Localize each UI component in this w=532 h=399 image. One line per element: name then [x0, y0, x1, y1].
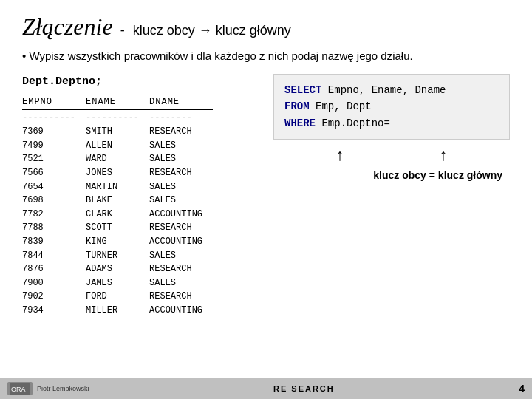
col-empno: EMPNO — [22, 95, 86, 109]
page-title-rest: - klucz obcy → klucz główny — [120, 23, 291, 38]
sql-line3: WHERE Emp.Deptno= — [284, 115, 499, 132]
bullet-text: • Wypisz wszystkich pracowników i dla ka… — [22, 48, 510, 64]
col-ename: ENAME — [86, 95, 149, 109]
left-side: Dept.Deptno; EMPNO ENAME DNAME ---------… — [22, 74, 266, 318]
bottom-bar: ORA Piotr Lembkowski RE SEARCH 4 — [0, 378, 532, 399]
table-area: EMPNO ENAME DNAME ---------- ---------- … — [22, 95, 266, 318]
table-row: 7876ADAMSRESEARCH — [22, 262, 213, 276]
table-row: 7521WARDSALES — [22, 152, 213, 166]
page-title-italic: Złączenie — [22, 13, 113, 41]
content-area: Dept.Deptno; EMPNO ENAME DNAME ---------… — [22, 74, 510, 318]
table-row: 7844TURNERSALES — [22, 249, 213, 263]
table-row: 7782CLARKACCOUNTING — [22, 208, 213, 222]
table-header-row: EMPNO ENAME DNAME — [22, 95, 213, 109]
arrow-left: ↑ — [336, 146, 344, 165]
title-row: Złączenie - klucz obcy → klucz główny — [22, 13, 510, 41]
data-table: EMPNO ENAME DNAME ---------- ---------- … — [22, 95, 213, 318]
author-label: Piotr Lembkowski — [37, 385, 89, 392]
col-dname: DNAME — [149, 95, 213, 109]
arrow-right: ↑ — [440, 146, 448, 165]
bottom-left: ORA Piotr Lembkowski — [7, 382, 89, 395]
svg-text:ORA: ORA — [11, 386, 26, 393]
logo-badge: ORA — [7, 382, 33, 395]
table-row: 7902FORDRESEARCH — [22, 290, 213, 304]
sql-line2: FROM Emp, Dept — [284, 98, 499, 115]
table-row: 7698BLAKESALES — [22, 194, 213, 208]
table-separator: ---------- ---------- -------- — [22, 109, 213, 125]
search-label: RE SEARCH — [273, 384, 335, 393]
page: Złączenie - klucz obcy → klucz główny • … — [0, 0, 532, 399]
table-row: 7900JAMESSALES — [22, 276, 213, 290]
table-row: 7369SMITHRESEARCH — [22, 125, 213, 139]
arrows-row: ↑ ↑ — [273, 146, 510, 165]
key-label: klucz obcy = klucz główny — [273, 169, 510, 181]
sql-box: SELECT SELECT Empno, Ename, Dname Empno,… — [273, 74, 510, 140]
table-row: 7566JONESRESEARCH — [22, 166, 213, 180]
table-row: 7654MARTINSALES — [22, 180, 213, 194]
table-row: 7934MILLERACCOUNTING — [22, 304, 213, 318]
table-row: 7788SCOTTRESEARCH — [22, 221, 213, 235]
right-side: SELECT SELECT Empno, Ename, Dname Empno,… — [273, 74, 510, 318]
page-number: 4 — [519, 383, 525, 395]
table-row: 7839KINGACCOUNTING — [22, 235, 213, 249]
table-body: 7369SMITHRESEARCH7499ALLENSALES7521WARDS… — [22, 125, 213, 317]
sql-line1: SELECT SELECT Empno, Ename, Dname Empno,… — [284, 82, 499, 98]
table-row: 7499ALLENSALES — [22, 139, 213, 153]
dept-condition-label: Dept.Deptno; — [22, 75, 266, 88]
